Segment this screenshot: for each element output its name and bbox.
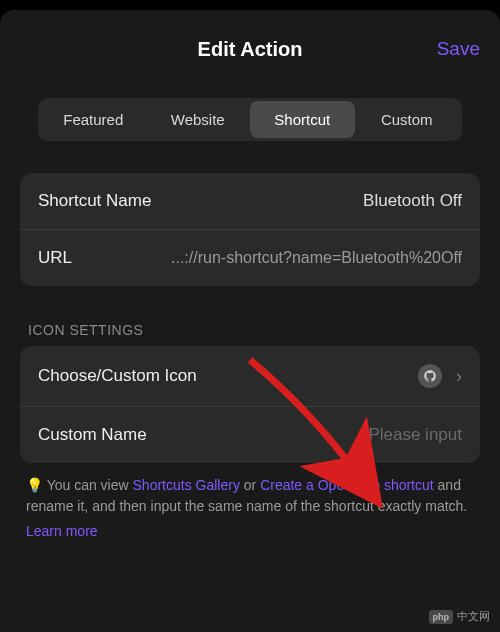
icon-settings-card: Choose/Custom Icon › Custom Name Please … (20, 346, 480, 463)
shortcut-card: Shortcut Name Bluetooth Off URL ...://ru… (20, 173, 480, 286)
url-label: URL (38, 248, 72, 268)
chevron-right-icon: › (456, 366, 462, 387)
page-title: Edit Action (198, 38, 303, 61)
tab-website[interactable]: Website (146, 101, 251, 138)
url-value: ...://run-shortcut?name=Bluetooth%20Off (171, 249, 462, 267)
shortcut-name-row[interactable]: Shortcut Name Bluetooth Off (20, 173, 480, 229)
shortcut-name-value: Bluetooth Off (363, 191, 462, 211)
custom-name-label: Custom Name (38, 425, 147, 445)
watermark-badge: php (429, 610, 454, 624)
tab-shortcut[interactable]: Shortcut (250, 101, 355, 138)
choose-icon-row[interactable]: Choose/Custom Icon › (20, 346, 480, 406)
choose-icon-label: Choose/Custom Icon (38, 366, 197, 386)
bulb-icon: 💡 (26, 477, 43, 493)
tab-bar: Featured Website Shortcut Custom (38, 98, 462, 141)
custom-name-placeholder: Please input (368, 425, 462, 445)
github-icon (423, 369, 437, 383)
watermark: php 中文网 (429, 609, 491, 624)
header: Edit Action Save (0, 10, 500, 80)
custom-name-row[interactable]: Custom Name Please input (20, 406, 480, 463)
icon-preview (418, 364, 442, 388)
save-button[interactable]: Save (437, 38, 480, 60)
url-row[interactable]: URL ...://run-shortcut?name=Bluetooth%20… (20, 229, 480, 286)
hint-text: 💡 You can view Shortcuts Gallery or Crea… (26, 475, 474, 517)
learn-more-link[interactable]: Learn more (26, 523, 474, 539)
shortcut-name-label: Shortcut Name (38, 191, 151, 211)
icon-settings-header: ICON SETTINGS (28, 322, 472, 338)
shortcuts-gallery-link[interactable]: Shortcuts Gallery (133, 477, 240, 493)
watermark-text: 中文网 (457, 609, 490, 624)
edit-action-sheet: Edit Action Save Featured Website Shortc… (0, 10, 500, 632)
create-open-app-link[interactable]: Create a Open App shortcut (260, 477, 434, 493)
tab-featured[interactable]: Featured (41, 101, 146, 138)
tab-custom[interactable]: Custom (355, 101, 460, 138)
